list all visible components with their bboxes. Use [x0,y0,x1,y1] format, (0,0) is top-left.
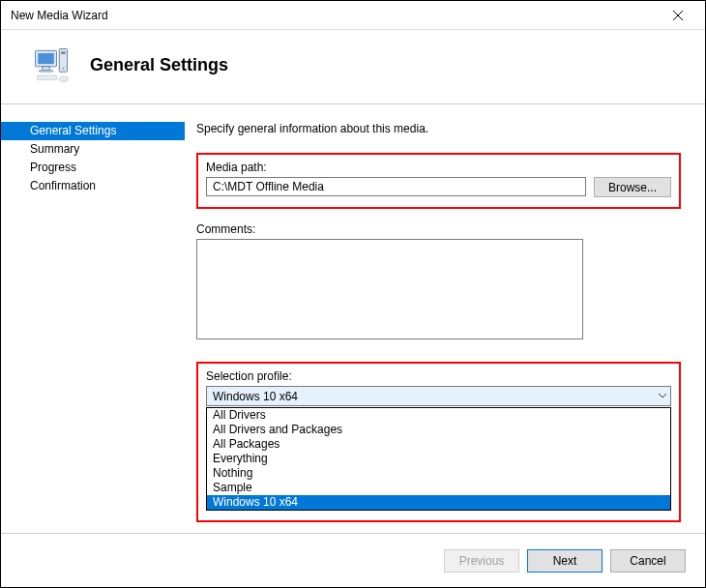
next-button[interactable]: Next [527,549,603,573]
media-path-group: Media path: Browse... [196,153,681,209]
svg-point-10 [59,76,68,82]
dropdown-item-sample[interactable]: Sample [207,481,670,495]
dropdown-item-nothing[interactable]: Nothing [207,466,670,481]
close-icon [673,11,683,20]
sidebar-item-confirmation[interactable]: Confirmation [1,177,185,195]
svg-rect-5 [61,51,66,54]
wizard-header: General Settings [1,30,705,103]
selection-profile-group: Selection profile: Windows 10 x64 All Dr… [196,362,681,522]
comments-group: Comments: [196,222,681,342]
dropdown-item-windows-10-x64[interactable]: Windows 10 x64 [207,495,670,510]
dropdown-item-all-drivers[interactable]: All Drivers [207,408,670,423]
media-path-input[interactable] [206,177,586,196]
sidebar-item-general-settings[interactable]: General Settings [1,122,185,140]
selection-profile-value: Windows 10 x64 [213,390,298,403]
selection-profile-combo[interactable]: Windows 10 x64 [206,386,671,406]
wizard-footer: Previous Next Cancel [1,533,705,587]
dropdown-item-all-drivers-packages[interactable]: All Drivers and Packages [207,423,670,437]
media-path-label: Media path: [206,161,671,174]
svg-point-6 [62,68,64,70]
svg-rect-3 [38,53,54,64]
instruction-text: Specify general information about this m… [196,122,681,135]
page-title: General Settings [90,55,228,75]
previous-button: Previous [444,549,519,573]
dropdown-item-everything[interactable]: Everything [207,452,670,466]
wizard-body: General Settings Summary Progress Confir… [1,103,705,533]
selection-profile-dropdown: All Drivers All Drivers and Packages All… [206,407,671,511]
selection-profile-label: Selection profile: [206,369,671,383]
sidebar-item-progress[interactable]: Progress [1,159,185,177]
sidebar: General Settings Summary Progress Confir… [1,104,185,533]
close-button[interactable] [659,2,697,29]
browse-button[interactable]: Browse... [594,177,671,197]
comments-textarea[interactable] [196,239,583,339]
computer-icon [30,44,73,86]
window-title: New Media Wizard [11,9,108,22]
cancel-button[interactable]: Cancel [610,549,686,573]
titlebar: New Media Wizard [1,1,705,30]
svg-rect-8 [39,71,53,73]
content-panel: Specify general information about this m… [185,104,705,533]
sidebar-item-summary[interactable]: Summary [1,140,185,159]
svg-rect-9 [37,75,56,80]
chevron-down-icon [659,394,666,398]
comments-label: Comments: [196,222,681,236]
wizard-window: New Media Wizard General Settings Genera… [0,0,706,588]
svg-rect-7 [43,67,49,71]
dropdown-item-all-packages[interactable]: All Packages [207,437,670,452]
